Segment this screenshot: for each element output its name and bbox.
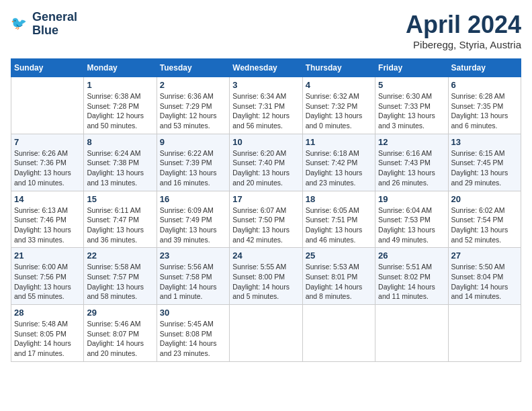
day-number: 2 xyxy=(160,80,226,90)
day-info: Sunrise: 6:15 AM Sunset: 7:45 PM Dayligh… xyxy=(451,148,518,188)
day-info: Sunrise: 5:58 AM Sunset: 7:57 PM Dayligh… xyxy=(87,262,153,302)
calendar-week-1: 1Sunrise: 6:38 AM Sunset: 7:28 PM Daylig… xyxy=(11,77,521,134)
logo-line1: General xyxy=(32,11,77,24)
calendar-cell: 18Sunrise: 6:05 AM Sunset: 7:51 PM Dayli… xyxy=(302,191,375,248)
logo-line2: Blue xyxy=(32,24,77,38)
calendar-cell: 10Sunrise: 6:20 AM Sunset: 7:40 PM Dayli… xyxy=(230,134,302,191)
calendar-cell: 2Sunrise: 6:36 AM Sunset: 7:29 PM Daylig… xyxy=(157,77,229,134)
calendar-cell: 28Sunrise: 5:48 AM Sunset: 8:05 PM Dayli… xyxy=(11,305,84,362)
day-info: Sunrise: 6:13 AM Sunset: 7:46 PM Dayligh… xyxy=(14,205,81,245)
page-header: 🐦 General Blue April 2024 Piberegg, Styr… xyxy=(11,11,521,50)
calendar-table: SundayMondayTuesdayWednesdayThursdayFrid… xyxy=(11,58,521,362)
calendar-week-3: 14Sunrise: 6:13 AM Sunset: 7:46 PM Dayli… xyxy=(11,191,521,248)
day-number: 19 xyxy=(378,194,445,204)
day-number: 26 xyxy=(378,250,445,261)
day-info: Sunrise: 5:50 AM Sunset: 8:04 PM Dayligh… xyxy=(451,262,518,302)
logo: 🐦 General Blue xyxy=(11,11,77,38)
day-info: Sunrise: 6:09 AM Sunset: 7:49 PM Dayligh… xyxy=(160,205,226,245)
day-info: Sunrise: 6:00 AM Sunset: 7:56 PM Dayligh… xyxy=(14,262,81,302)
day-number: 24 xyxy=(232,250,299,261)
day-info: Sunrise: 6:36 AM Sunset: 7:29 PM Dayligh… xyxy=(160,91,226,131)
calendar-cell: 8Sunrise: 6:24 AM Sunset: 7:38 PM Daylig… xyxy=(84,134,157,191)
day-info: Sunrise: 6:32 AM Sunset: 7:32 PM Dayligh… xyxy=(306,91,372,131)
calendar-cell: 15Sunrise: 6:11 AM Sunset: 7:47 PM Dayli… xyxy=(84,191,157,248)
calendar-cell: 4Sunrise: 6:32 AM Sunset: 7:32 PM Daylig… xyxy=(302,77,375,134)
day-number: 14 xyxy=(14,194,81,204)
day-info: Sunrise: 5:56 AM Sunset: 7:58 PM Dayligh… xyxy=(160,262,226,302)
day-number: 11 xyxy=(306,137,372,147)
logo-text: General Blue xyxy=(32,11,77,38)
day-info: Sunrise: 6:22 AM Sunset: 7:39 PM Dayligh… xyxy=(160,148,226,188)
day-number: 25 xyxy=(306,250,372,261)
calendar-header: SundayMondayTuesdayWednesdayThursdayFrid… xyxy=(11,59,521,77)
weekday-header-wednesday: Wednesday xyxy=(230,59,302,77)
day-number: 20 xyxy=(451,194,518,204)
month-title: April 2024 xyxy=(406,11,521,39)
day-info: Sunrise: 6:16 AM Sunset: 7:43 PM Dayligh… xyxy=(378,148,445,188)
calendar-cell: 6Sunrise: 6:28 AM Sunset: 7:35 PM Daylig… xyxy=(448,77,521,134)
calendar-cell: 14Sunrise: 6:13 AM Sunset: 7:46 PM Dayli… xyxy=(11,191,84,248)
calendar-cell xyxy=(11,77,84,134)
calendar-cell: 3Sunrise: 6:34 AM Sunset: 7:31 PM Daylig… xyxy=(230,77,302,134)
day-info: Sunrise: 6:26 AM Sunset: 7:36 PM Dayligh… xyxy=(14,148,81,188)
day-info: Sunrise: 6:20 AM Sunset: 7:40 PM Dayligh… xyxy=(232,148,299,188)
calendar-cell: 26Sunrise: 5:51 AM Sunset: 8:02 PM Dayli… xyxy=(375,248,448,305)
day-info: Sunrise: 6:28 AM Sunset: 7:35 PM Dayligh… xyxy=(451,91,518,131)
svg-text:🐦: 🐦 xyxy=(11,15,28,31)
day-info: Sunrise: 5:51 AM Sunset: 8:02 PM Dayligh… xyxy=(378,262,445,302)
calendar-cell: 20Sunrise: 6:02 AM Sunset: 7:54 PM Dayli… xyxy=(448,191,521,248)
logo-icon: 🐦 xyxy=(11,15,30,34)
day-number: 13 xyxy=(451,137,518,147)
weekday-header-thursday: Thursday xyxy=(302,59,375,77)
calendar-cell: 24Sunrise: 5:55 AM Sunset: 8:00 PM Dayli… xyxy=(230,248,302,305)
day-info: Sunrise: 5:46 AM Sunset: 8:07 PM Dayligh… xyxy=(87,319,153,359)
calendar-cell: 12Sunrise: 6:16 AM Sunset: 7:43 PM Dayli… xyxy=(375,134,448,191)
calendar-cell: 7Sunrise: 6:26 AM Sunset: 7:36 PM Daylig… xyxy=(11,134,84,191)
day-number: 16 xyxy=(160,194,226,204)
day-info: Sunrise: 6:18 AM Sunset: 7:42 PM Dayligh… xyxy=(306,148,372,188)
weekday-header-saturday: Saturday xyxy=(448,59,521,77)
day-info: Sunrise: 5:55 AM Sunset: 8:00 PM Dayligh… xyxy=(232,262,299,302)
weekday-header-friday: Friday xyxy=(375,59,448,77)
weekday-header-tuesday: Tuesday xyxy=(157,59,229,77)
day-number: 10 xyxy=(232,137,299,147)
day-number: 15 xyxy=(87,194,153,204)
day-number: 29 xyxy=(87,308,153,318)
day-number: 6 xyxy=(451,80,518,90)
day-info: Sunrise: 6:38 AM Sunset: 7:28 PM Dayligh… xyxy=(87,91,153,131)
day-info: Sunrise: 6:34 AM Sunset: 7:31 PM Dayligh… xyxy=(232,91,299,131)
calendar-week-2: 7Sunrise: 6:26 AM Sunset: 7:36 PM Daylig… xyxy=(11,134,521,191)
calendar-cell: 27Sunrise: 5:50 AM Sunset: 8:04 PM Dayli… xyxy=(448,248,521,305)
day-number: 21 xyxy=(14,250,81,261)
day-number: 7 xyxy=(14,137,81,147)
calendar-cell xyxy=(375,305,448,362)
day-info: Sunrise: 6:04 AM Sunset: 7:53 PM Dayligh… xyxy=(378,205,445,245)
day-info: Sunrise: 6:24 AM Sunset: 7:38 PM Dayligh… xyxy=(87,148,153,188)
day-number: 27 xyxy=(451,250,518,261)
day-number: 28 xyxy=(14,308,81,318)
calendar-cell: 17Sunrise: 6:07 AM Sunset: 7:50 PM Dayli… xyxy=(230,191,302,248)
day-number: 17 xyxy=(232,194,299,204)
day-number: 3 xyxy=(232,80,299,90)
calendar-cell: 25Sunrise: 5:53 AM Sunset: 8:01 PM Dayli… xyxy=(302,248,375,305)
day-info: Sunrise: 6:05 AM Sunset: 7:51 PM Dayligh… xyxy=(306,205,372,245)
calendar-cell: 22Sunrise: 5:58 AM Sunset: 7:57 PM Dayli… xyxy=(84,248,157,305)
calendar-cell: 5Sunrise: 6:30 AM Sunset: 7:33 PM Daylig… xyxy=(375,77,448,134)
calendar-cell: 11Sunrise: 6:18 AM Sunset: 7:42 PM Dayli… xyxy=(302,134,375,191)
calendar-cell xyxy=(448,305,521,362)
title-block: April 2024 Piberegg, Styria, Austria xyxy=(406,11,521,50)
calendar-cell: 16Sunrise: 6:09 AM Sunset: 7:49 PM Dayli… xyxy=(157,191,229,248)
day-info: Sunrise: 6:11 AM Sunset: 7:47 PM Dayligh… xyxy=(87,205,153,245)
day-number: 30 xyxy=(160,308,226,318)
calendar-week-5: 28Sunrise: 5:48 AM Sunset: 8:05 PM Dayli… xyxy=(11,305,521,362)
day-number: 5 xyxy=(378,80,445,90)
weekday-header-monday: Monday xyxy=(84,59,157,77)
calendar-week-4: 21Sunrise: 6:00 AM Sunset: 7:56 PM Dayli… xyxy=(11,248,521,305)
day-number: 23 xyxy=(160,250,226,261)
day-info: Sunrise: 6:02 AM Sunset: 7:54 PM Dayligh… xyxy=(451,205,518,245)
day-info: Sunrise: 6:30 AM Sunset: 7:33 PM Dayligh… xyxy=(378,91,445,131)
calendar-cell: 23Sunrise: 5:56 AM Sunset: 7:58 PM Dayli… xyxy=(157,248,229,305)
calendar-cell xyxy=(302,305,375,362)
calendar-cell: 1Sunrise: 6:38 AM Sunset: 7:28 PM Daylig… xyxy=(84,77,157,134)
calendar-cell: 30Sunrise: 5:45 AM Sunset: 8:08 PM Dayli… xyxy=(157,305,229,362)
